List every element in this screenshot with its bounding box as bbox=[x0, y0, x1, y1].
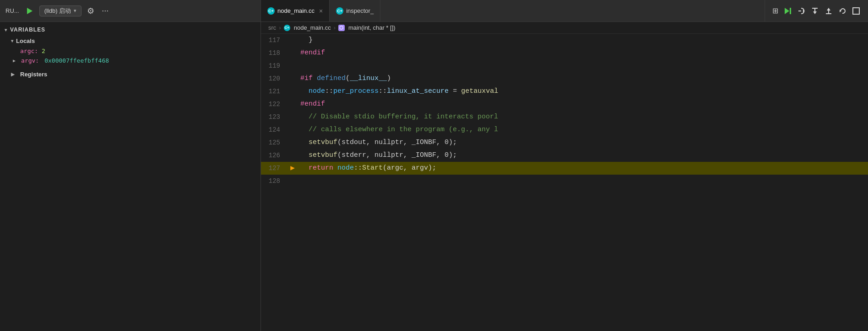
tab-label-inspector: inspector_ bbox=[346, 7, 374, 14]
svg-marker-9 bbox=[827, 8, 830, 11]
registers-label: Registers bbox=[20, 71, 47, 78]
line-num-119: 119 bbox=[261, 59, 288, 72]
step-into-button[interactable] bbox=[809, 5, 820, 16]
svg-rect-12 bbox=[853, 8, 859, 14]
code-line-126: 126 setvbuf(stderr, nullptr, _IONBF, 0); bbox=[261, 149, 868, 162]
code-line-127: 127 ▶ return node::Start(argc, argv); bbox=[261, 162, 868, 175]
argv-variable[interactable]: ▶ argv: 0x00007ffeefbff468 bbox=[0, 56, 260, 65]
gear-icon: ⚙ bbox=[87, 6, 94, 16]
locals-label: Locals bbox=[16, 37, 35, 44]
line-num-127: 127 bbox=[261, 162, 288, 175]
line-num-121: 121 bbox=[261, 85, 288, 98]
debug-controls: RU... (lldb) 启动 ▾ ⚙ ··· bbox=[0, 0, 261, 21]
step-into-icon bbox=[810, 6, 819, 16]
more-button[interactable]: ··· bbox=[100, 4, 110, 17]
line-num-122: 122 bbox=[261, 98, 288, 111]
code-editor: src › C+ node_main.cc › ⬡ main(int, char… bbox=[261, 22, 868, 331]
breadcrumb-func: main(int, char * []) bbox=[348, 24, 396, 31]
gear-button[interactable]: ⚙ bbox=[85, 4, 96, 18]
cpp-icon-2: C+ bbox=[336, 7, 343, 15]
step-over-icon bbox=[797, 6, 806, 16]
code-line-128: 128 bbox=[261, 175, 868, 187]
line-content-117: } bbox=[298, 34, 313, 47]
grid-icon-button[interactable]: ⊞ bbox=[771, 5, 779, 16]
top-bar: RU... (lldb) 启动 ▾ ⚙ ··· C+ node_main.cc … bbox=[0, 0, 868, 22]
restart-icon bbox=[838, 6, 847, 16]
svg-marker-6 bbox=[813, 11, 817, 14]
continue-button[interactable] bbox=[782, 5, 793, 16]
tab-close-node-main[interactable]: × bbox=[319, 7, 323, 15]
stop-button[interactable] bbox=[851, 5, 862, 16]
line-num-126: 126 bbox=[261, 149, 288, 162]
breadcrumb-sep2: › bbox=[334, 24, 336, 31]
line-num-118: 118 bbox=[261, 47, 288, 59]
svg-rect-2 bbox=[790, 8, 791, 14]
code-area[interactable]: 117 } 118 #endif 119 120 #if defined(_ bbox=[261, 34, 868, 331]
breakpoint-arrow-icon: ▶ bbox=[290, 162, 295, 175]
code-line-121: 121 node::per_process::linux_at_secure =… bbox=[261, 85, 868, 98]
argc-name: argc: bbox=[20, 48, 38, 54]
line-num-117: 117 bbox=[261, 34, 288, 47]
step-over-button[interactable] bbox=[796, 5, 807, 16]
line-num-120: 120 bbox=[261, 72, 288, 85]
argv-expand-icon: ▶ bbox=[13, 58, 16, 63]
locals-chevron-icon: ▾ bbox=[11, 38, 13, 43]
step-out-icon bbox=[824, 6, 833, 16]
code-line-124: 124 // calls elsewhere in the program (e… bbox=[261, 123, 868, 136]
code-line-125: 125 setvbuf(stdout, nullptr, _IONBF, 0); bbox=[261, 136, 868, 149]
tab-label-node-main: node_main.cc bbox=[277, 7, 315, 14]
line-content-120: #if defined(__linux__) bbox=[298, 72, 391, 85]
code-line-117: 117 } bbox=[261, 34, 868, 47]
argv-name: argv: bbox=[21, 57, 39, 64]
registers-section-header[interactable]: ▶ Registers bbox=[0, 69, 260, 80]
stop-icon bbox=[852, 6, 861, 16]
code-line-123: 123 // Disable stdio buffering, it inter… bbox=[261, 111, 868, 123]
line-content-126: setvbuf(stderr, nullptr, _IONBF, 0); bbox=[298, 149, 457, 162]
line-num-125: 125 bbox=[261, 136, 288, 149]
restart-button[interactable] bbox=[837, 5, 848, 16]
line-content-121: node::per_process::linux_at_secure = get… bbox=[298, 85, 498, 98]
line-content-125: setvbuf(stdout, nullptr, _IONBF, 0); bbox=[298, 136, 457, 149]
breadcrumb-sep1: › bbox=[279, 24, 281, 31]
variables-section-header[interactable]: ▾ VARIABLES bbox=[0, 24, 260, 36]
svg-marker-0 bbox=[27, 8, 33, 14]
variables-label: VARIABLES bbox=[10, 27, 45, 33]
chevron-down-icon: ▾ bbox=[74, 8, 76, 14]
argc-variable: argc: 2 bbox=[0, 46, 260, 56]
session-badge[interactable]: (lldb) 启动 ▾ bbox=[39, 5, 82, 16]
cpp-icon: C+ bbox=[267, 7, 275, 15]
line-content-122: #endif bbox=[298, 98, 325, 111]
debug-run-label: RU... bbox=[5, 7, 19, 14]
tab-inspector[interactable]: C+ inspector_ bbox=[330, 0, 380, 21]
tab-node-main[interactable]: C+ node_main.cc × bbox=[261, 0, 330, 21]
line-content-118: #endif bbox=[298, 47, 325, 59]
line-num-123: 123 bbox=[261, 111, 288, 123]
line-content-123: // Disable stdio buffering, it interacts… bbox=[298, 111, 498, 123]
breadcrumb: src › C+ node_main.cc › ⬡ main(int, char… bbox=[261, 22, 868, 34]
code-line-122: 122 #endif bbox=[261, 98, 868, 111]
variables-chevron-icon: ▾ bbox=[5, 27, 7, 32]
grid-icon: ⊞ bbox=[772, 6, 778, 15]
play-button[interactable] bbox=[23, 5, 36, 17]
line-num-124: 124 bbox=[261, 123, 288, 136]
cpp-breadcrumb-icon: C+ bbox=[284, 25, 290, 31]
more-icon: ··· bbox=[102, 6, 108, 16]
breadcrumb-src: src bbox=[268, 24, 276, 31]
argc-value: 2 bbox=[42, 48, 45, 54]
continue-icon bbox=[783, 6, 792, 16]
line-content-128 bbox=[298, 175, 304, 187]
line-content-127: return node::Start(argc, argv); bbox=[298, 162, 436, 175]
gutter-127: ▶ bbox=[288, 162, 298, 175]
step-out-button[interactable] bbox=[823, 5, 834, 16]
tab-bar: C+ node_main.cc × C+ inspector_ ⊞ bbox=[261, 0, 868, 21]
line-content-119 bbox=[298, 59, 304, 72]
debug-toolbar: ⊞ bbox=[765, 0, 868, 21]
code-line-119: 119 bbox=[261, 59, 868, 72]
registers-expand-icon: ▶ bbox=[11, 72, 15, 77]
sidebar-variables: ▾ VARIABLES ▾ Locals argc: 2 ▶ argv: 0x0… bbox=[0, 22, 261, 331]
svg-marker-1 bbox=[785, 8, 789, 14]
locals-section-header[interactable]: ▾ Locals bbox=[0, 36, 260, 46]
line-num-128: 128 bbox=[261, 175, 288, 187]
func-breadcrumb-icon: ⬡ bbox=[338, 25, 345, 31]
code-line-118: 118 #endif bbox=[261, 47, 868, 59]
